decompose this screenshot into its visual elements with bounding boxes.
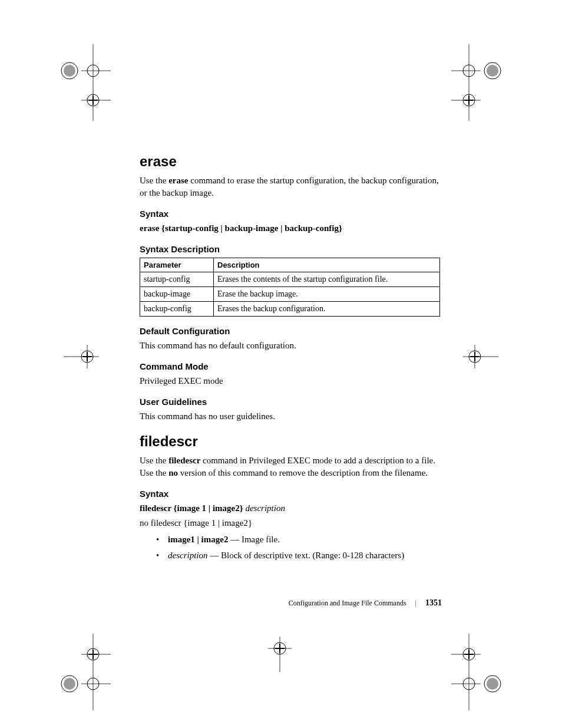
th-description: Description — [214, 258, 440, 272]
text-bold: filedescr {image 1 | image2} — [140, 503, 245, 513]
svg-point-48 — [463, 678, 475, 690]
cell-param: backup-config — [140, 302, 214, 317]
table-row: startup-config Erases the contents of th… — [140, 272, 440, 287]
text: Block of descriptive text. (Range: 0-128… — [221, 551, 404, 560]
svg-point-44 — [463, 648, 475, 660]
cell-desc: Erase the backup image. — [214, 287, 440, 302]
subheading-syntax-description: Syntax Description — [140, 244, 440, 254]
svg-point-6 — [87, 94, 99, 106]
user-guidelines-text: This command has no user guidelines. — [140, 410, 440, 423]
table-header-row: Parameter Description — [140, 258, 440, 272]
subheading-command-mode: Command Mode — [140, 361, 440, 371]
text-bold: filedescr — [168, 456, 200, 465]
default-config-text: This command has no default configuratio… — [140, 340, 440, 352]
cell-param: startup-config — [140, 272, 214, 287]
text-bold: image1 | image2 — [168, 535, 228, 544]
list-item: image1 | image2 — Image file. — [140, 533, 440, 546]
svg-point-1 — [64, 65, 75, 77]
text: Use the — [140, 176, 168, 185]
crop-mark-tl — [58, 44, 111, 121]
svg-point-39 — [87, 678, 99, 690]
table-row: backup-config Erases the backup configur… — [140, 302, 440, 317]
filedescr-no-syntax: no filedescr {image 1 | image2} — [140, 517, 440, 529]
svg-point-9 — [484, 62, 501, 79]
svg-point-41 — [64, 678, 75, 690]
text-bold: erase — [168, 176, 188, 185]
svg-point-10 — [487, 65, 498, 77]
svg-point-40 — [61, 676, 78, 692]
svg-point-0 — [61, 62, 78, 79]
text-bold: no — [168, 468, 178, 477]
crop-mark-br — [451, 634, 504, 710]
crop-mark-tr — [451, 44, 504, 121]
crop-mark-bl — [58, 634, 111, 710]
th-parameter: Parameter — [140, 258, 214, 272]
filedescr-param-list: image1 | image2 — Image file. descriptio… — [140, 533, 440, 562]
svg-point-4 — [87, 65, 99, 77]
footer-separator: | — [415, 599, 416, 607]
crop-mark-bc — [268, 637, 292, 672]
subheading-syntax: Syntax — [140, 209, 440, 219]
text: Use the — [140, 456, 168, 465]
cell-desc: Erases the contents of the startup confi… — [214, 272, 440, 287]
text-italic: description — [245, 503, 285, 513]
command-mode-text: Privileged EXEC mode — [140, 375, 440, 387]
heading-erase: erase — [140, 153, 440, 170]
text: version of this command to remove the de… — [178, 468, 428, 477]
text-italic: description — [168, 551, 208, 560]
filedescr-intro: Use the filedescr command in Privileged … — [140, 454, 440, 479]
text: — — [228, 535, 242, 544]
list-item: description — Block of descriptive text.… — [140, 549, 440, 562]
svg-point-50 — [487, 678, 498, 690]
svg-point-49 — [484, 676, 501, 692]
svg-point-30 — [274, 643, 286, 654]
table-row: backup-image Erase the backup image. — [140, 287, 440, 302]
cell-desc: Erases the backup configuration. — [214, 302, 440, 317]
svg-point-20 — [81, 351, 93, 363]
page-number: 1351 — [425, 598, 442, 607]
text: — — [208, 551, 222, 560]
heading-filedescr: filedescr — [140, 433, 440, 450]
subheading-default-config: Default Configuration — [140, 326, 440, 336]
syntax-description-table: Parameter Description startup-config Era… — [140, 258, 440, 317]
filedescr-syntax-line: filedescr {image 1 | image2} description — [140, 502, 440, 515]
subheading-syntax: Syntax — [140, 489, 440, 499]
svg-point-25 — [469, 351, 481, 363]
page-footer: Configuration and Image File Commands | … — [289, 598, 442, 608]
erase-syntax-line: erase {startup-config | backup-image | b… — [140, 222, 440, 235]
svg-point-35 — [87, 648, 99, 660]
cell-param: backup-image — [140, 287, 214, 302]
erase-intro: Use the erase command to erase the start… — [140, 174, 440, 199]
crop-mark-ml — [64, 345, 99, 368]
svg-point-15 — [463, 94, 475, 106]
footer-section: Configuration and Image File Commands — [289, 599, 406, 607]
text: Image file. — [242, 535, 280, 544]
svg-point-13 — [463, 65, 475, 77]
page-content: erase Use the erase command to erase the… — [140, 153, 440, 564]
crop-mark-mr — [463, 345, 498, 368]
subheading-user-guidelines: User Guidelines — [140, 397, 440, 407]
